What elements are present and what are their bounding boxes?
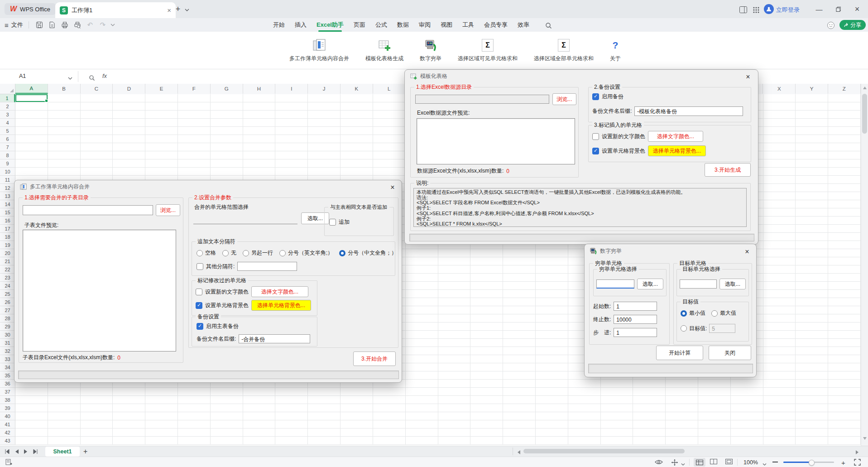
column-header[interactable]: F <box>178 84 211 94</box>
name-box-chevron-icon[interactable] <box>68 75 72 82</box>
row-header[interactable]: 42 <box>0 428 15 437</box>
hscroll-right-icon[interactable] <box>856 449 859 456</box>
row-header[interactable]: 16 <box>0 217 15 225</box>
row-header[interactable]: 38 <box>0 396 15 404</box>
menu-tab[interactable]: 视图 <box>436 18 457 32</box>
row-header[interactable]: 26 <box>0 298 15 306</box>
row-header[interactable]: 40 <box>0 412 15 420</box>
minimize-button[interactable]: — <box>810 0 829 18</box>
step-number-input[interactable]: 1 <box>614 328 657 337</box>
row-header[interactable]: 31 <box>0 339 15 347</box>
login-link[interactable]: 立即登录 <box>776 6 800 14</box>
target-value-radio[interactable] <box>681 325 687 332</box>
menu-tab[interactable]: 审阅 <box>414 18 436 32</box>
start-generate-button[interactable]: 3.开始生成 <box>705 163 751 177</box>
save-icon[interactable] <box>34 20 44 30</box>
row-header[interactable]: 3 <box>0 111 15 119</box>
menu-tab[interactable]: 数据 <box>392 18 414 32</box>
row-header[interactable]: 19 <box>0 241 15 249</box>
merge-range-input[interactable] <box>193 213 297 224</box>
zoom-formula-icon[interactable] <box>87 73 97 83</box>
row-header[interactable]: 15 <box>0 208 15 217</box>
share-button[interactable]: 分享 <box>839 20 866 30</box>
target-value-input[interactable]: 5 <box>709 324 735 333</box>
zoom-slider-handle[interactable] <box>809 460 815 466</box>
close-tab-icon[interactable]: × <box>167 6 171 14</box>
template-set-bg-color-checkbox[interactable] <box>592 148 599 154</box>
other-separator-input[interactable] <box>237 262 297 271</box>
set-bg-color-checkbox[interactable] <box>196 302 202 309</box>
set-font-color-checkbox[interactable] <box>196 289 202 295</box>
menu-tab[interactable]: 插入 <box>290 18 312 32</box>
separator-option[interactable]: 无 <box>222 249 236 257</box>
zoom-out-button[interactable] <box>772 462 778 462</box>
row-header[interactable]: 20 <box>0 249 15 257</box>
column-header[interactable]: I <box>275 84 308 94</box>
menu-tab[interactable]: Excel助手 <box>312 18 349 32</box>
row-header[interactable]: 18 <box>0 233 15 241</box>
merge-source-dir-input[interactable] <box>23 205 153 215</box>
enable-backup-checkbox[interactable] <box>197 323 203 330</box>
column-header[interactable]: H <box>243 84 276 94</box>
enum-dialog-close-icon[interactable]: × <box>743 247 752 256</box>
menu-tab[interactable]: 会员专享 <box>479 18 513 32</box>
row-header[interactable]: 2 <box>0 102 15 111</box>
selected-cell-a1[interactable] <box>15 94 48 102</box>
column-header[interactable]: G <box>211 84 243 94</box>
pan-chevron-icon[interactable] <box>681 461 685 467</box>
column-header[interactable]: E <box>145 84 178 94</box>
row-header[interactable]: 25 <box>0 290 15 298</box>
hamburger-icon[interactable]: ≡ <box>5 21 9 29</box>
menu-tab[interactable]: 公式 <box>370 18 392 32</box>
print-icon[interactable] <box>60 20 70 30</box>
prev-sheet-icon[interactable] <box>15 449 19 454</box>
min-value-radio[interactable] <box>681 310 687 317</box>
menu-tab[interactable]: 开始 <box>268 18 290 32</box>
scroll-up-icon[interactable] <box>863 87 867 89</box>
vertical-scroll-thumb[interactable] <box>862 94 867 134</box>
horizontal-scroll-thumb[interactable] <box>523 449 685 453</box>
vertical-scrollbar[interactable] <box>861 84 868 446</box>
row-header[interactable]: 13 <box>0 192 15 200</box>
separator-option[interactable]: 分号（英文半角;） <box>279 249 333 257</box>
row-header[interactable]: 43 <box>0 437 15 445</box>
fx-icon[interactable]: fx <box>102 72 107 79</box>
maximize-button[interactable] <box>829 0 848 18</box>
merge-browse-button[interactable]: 浏览... <box>156 204 180 216</box>
row-header[interactable]: 36 <box>0 380 15 388</box>
name-box[interactable]: A1 <box>19 73 26 79</box>
separator-radio[interactable] <box>339 250 345 256</box>
side-panel-icon[interactable] <box>738 5 748 14</box>
view-normal-button[interactable] <box>694 458 705 467</box>
ribbon-sum-visible-button[interactable]: Σ 选择区域可见单元格求和 <box>455 35 520 63</box>
row-header[interactable]: 34 <box>0 363 15 371</box>
separator-radio[interactable] <box>243 250 249 256</box>
sheet-tab-sheet1[interactable]: Sheet1 <box>45 447 80 457</box>
row-header[interactable]: 32 <box>0 347 15 355</box>
row-header[interactable]: 8 <box>0 151 15 159</box>
template-choose-bg-color-button[interactable]: 选择单元格背景色... <box>648 145 706 156</box>
more-actions-chevron-icon[interactable] <box>110 22 115 28</box>
choose-font-color-button[interactable]: 选择文字颜色... <box>251 286 308 297</box>
zoom-in-button[interactable]: + <box>841 459 845 467</box>
view-page-layout-button[interactable] <box>710 459 717 464</box>
hscroll-left-icon[interactable] <box>517 449 520 456</box>
row-header[interactable]: 17 <box>0 225 15 233</box>
template-dialog-titlebar[interactable]: 模板化表格 <box>405 70 758 82</box>
merge-file-preview-list[interactable] <box>23 230 176 351</box>
enum-pick-button[interactable]: 选取... <box>637 279 663 289</box>
column-header[interactable]: J <box>308 84 340 94</box>
merge-dialog-titlebar[interactable]: 多工作薄单元格内容合并 <box>14 180 402 193</box>
macro-record-icon[interactable] <box>5 459 12 465</box>
column-header[interactable]: L <box>373 84 406 94</box>
menu-tab[interactable]: 页面 <box>349 18 370 32</box>
row-header[interactable]: 23 <box>0 274 15 282</box>
next-sheet-icon[interactable] <box>24 449 28 454</box>
start-number-input[interactable]: 1 <box>614 302 657 311</box>
row-header[interactable]: 28 <box>0 314 15 323</box>
column-header[interactable]: B <box>48 84 81 94</box>
separator-option[interactable]: 空格 <box>197 249 216 257</box>
column-header[interactable]: Z <box>828 84 861 94</box>
separator-radio[interactable] <box>279 250 286 256</box>
backup-suffix-input[interactable]: -合并备份 <box>239 334 310 343</box>
